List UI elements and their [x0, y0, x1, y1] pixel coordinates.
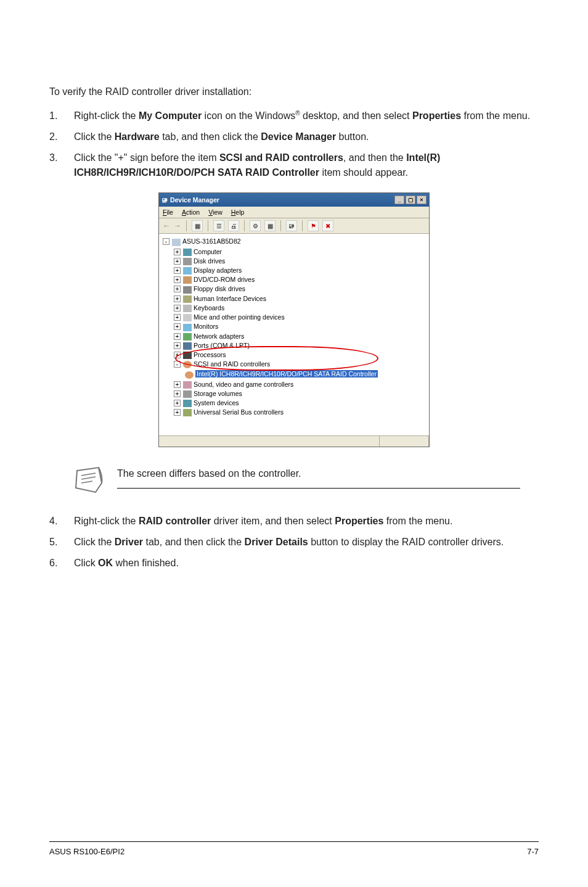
toolbar-button[interactable]: ☰	[213, 220, 224, 231]
device-icon	[183, 286, 192, 294]
device-icon	[183, 352, 192, 359]
device-manager-window: 🖳 Device Manager _ ▢ × File Action View …	[158, 192, 430, 447]
tree-node-scsi[interactable]: SCSI and RAID controllers	[194, 360, 270, 368]
step-text: Click OK when finished.	[74, 556, 539, 571]
toolbar-button[interactable]: ✖	[322, 220, 333, 231]
status-bar	[159, 435, 429, 447]
expand-icon[interactable]: +	[174, 352, 181, 358]
steps-top: 1. Right-click the My Computer icon on t…	[49, 109, 539, 180]
footer-right: 7-7	[527, 847, 539, 856]
step-text: Click the Hardware tab, and then click t…	[74, 130, 539, 144]
steps-bottom: 4. Right-click the RAID controller drive…	[49, 514, 539, 571]
expand-icon[interactable]: +	[174, 286, 181, 292]
menu-file[interactable]: File	[163, 208, 173, 216]
tree-node-raid-controller[interactable]: Intel(R) ICH8R/ICH9R/ICH10R/DO/PCH SATA …	[195, 370, 378, 377]
computer-icon	[172, 239, 181, 246]
step-number: 1.	[49, 109, 74, 123]
device-icon	[183, 409, 192, 416]
tree-root[interactable]: ASUS-3161AB5D82	[182, 237, 241, 245]
note-icon	[74, 464, 105, 495]
toolbar-button[interactable]: ⚑	[308, 220, 319, 231]
back-icon[interactable]: ←	[163, 221, 170, 230]
expand-icon[interactable]: +	[174, 390, 181, 397]
device-icon	[183, 276, 192, 284]
step-number: 3.	[49, 151, 74, 180]
tree-node[interactable]: Universal Serial Bus controllers	[194, 408, 284, 416]
expand-icon[interactable]: +	[174, 400, 181, 406]
tree-node[interactable]: Storage volumes	[194, 390, 242, 397]
window-titlebar: 🖳 Device Manager _ ▢ ×	[159, 193, 429, 207]
step-number: 6.	[49, 556, 74, 571]
tree-node[interactable]: Sound, video and game controllers	[194, 381, 293, 388]
tree-node[interactable]: Ports (COM & LPT)	[194, 342, 250, 349]
device-icon	[183, 361, 192, 368]
expand-icon[interactable]: -	[163, 238, 169, 245]
tree-node[interactable]: Mice and other pointing devices	[194, 313, 285, 321]
device-icon	[183, 267, 192, 274]
device-icon	[185, 371, 194, 379]
toolbar: ← → ▦ ☰ 🖨 ⚙ ▦ 🖳 ⚑ ✖	[159, 218, 429, 234]
note-block: The screen differs based on the controll…	[74, 462, 539, 495]
step-number: 4.	[49, 514, 74, 529]
expand-icon[interactable]: +	[174, 333, 181, 340]
menu-action[interactable]: Action	[182, 208, 200, 216]
intro-text: To verify the RAID controller driver ins…	[49, 86, 539, 97]
menu-bar: File Action View Help	[159, 207, 429, 218]
step-text: Click the Driver tab, and then click the…	[74, 535, 539, 550]
tree-node[interactable]: Processors	[194, 351, 226, 358]
toolbar-button[interactable]: 🖳	[286, 220, 297, 231]
footer-left: ASUS RS100-E6/PI2	[49, 847, 125, 856]
device-icon	[183, 314, 192, 321]
close-button[interactable]: ×	[417, 196, 427, 204]
expand-icon[interactable]: +	[174, 342, 181, 349]
menu-view[interactable]: View	[208, 208, 223, 216]
toolbar-button[interactable]: ⚙	[250, 220, 261, 231]
expand-icon[interactable]: +	[174, 295, 181, 302]
tree-node[interactable]: Keyboards	[194, 304, 224, 311]
device-icon	[183, 342, 192, 350]
toolbar-button[interactable]: ▦	[192, 220, 203, 231]
tree-node[interactable]: Floppy disk drives	[194, 285, 245, 292]
device-icon	[183, 400, 192, 407]
expand-icon[interactable]: +	[174, 314, 181, 321]
device-icon	[183, 295, 192, 303]
expand-icon[interactable]: +	[174, 323, 181, 330]
tree-node[interactable]: Monitors	[194, 323, 218, 330]
window-title: Device Manager	[170, 196, 219, 204]
menu-help[interactable]: Help	[231, 208, 245, 216]
step-text: Right-click the RAID controller driver i…	[74, 514, 539, 529]
expand-icon[interactable]: +	[174, 305, 181, 311]
minimize-button[interactable]: _	[394, 196, 404, 204]
tree-node[interactable]: System devices	[194, 399, 239, 406]
step-text: Click the "+" sign before the item SCSI …	[74, 151, 539, 180]
step-text: Right-click the My Computer icon on the …	[74, 109, 539, 123]
page-footer: ASUS RS100-E6/PI2 7-7	[49, 841, 539, 856]
forward-icon[interactable]: →	[174, 221, 181, 230]
device-icon	[183, 333, 192, 340]
tree-node[interactable]: Display adapters	[194, 266, 242, 274]
expand-icon[interactable]: +	[174, 409, 181, 416]
tree-node[interactable]: Network adapters	[194, 332, 244, 340]
note-text: The screen differs based on the controll…	[117, 468, 301, 479]
expand-icon[interactable]: +	[174, 381, 181, 388]
device-icon	[183, 258, 192, 265]
expand-icon[interactable]: +	[174, 267, 181, 274]
expand-icon[interactable]: +	[174, 258, 181, 265]
tree-node[interactable]: Disk drives	[194, 257, 225, 265]
expand-icon[interactable]: -	[174, 361, 181, 368]
toolbar-button[interactable]: ▦	[264, 220, 276, 231]
device-tree: -ASUS-3161AB5D82 +Computer +Disk drives …	[159, 234, 429, 435]
expand-icon[interactable]: +	[174, 276, 181, 283]
maximize-button[interactable]: ▢	[406, 196, 415, 204]
expand-icon[interactable]: +	[174, 249, 181, 255]
device-icon	[183, 249, 192, 256]
step-number: 5.	[49, 535, 74, 550]
tree-node[interactable]: Human Interface Devices	[194, 295, 266, 302]
device-icon	[183, 305, 192, 312]
tree-node[interactable]: DVD/CD-ROM drives	[194, 276, 255, 283]
device-icon	[183, 390, 192, 398]
toolbar-button[interactable]: 🖨	[228, 220, 239, 231]
step-number: 2.	[49, 130, 74, 144]
device-icon	[183, 381, 192, 389]
tree-node[interactable]: Computer	[194, 248, 222, 255]
